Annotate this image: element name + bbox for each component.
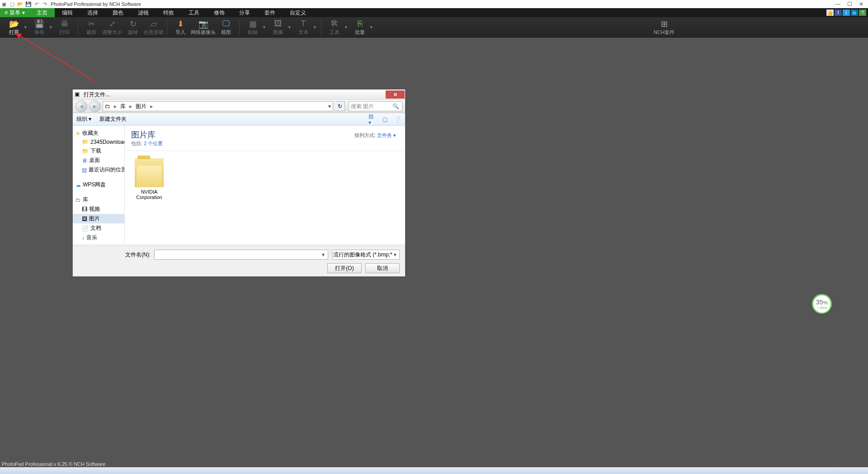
nav-favorites[interactable]: ★收藏夹 <box>73 128 124 138</box>
new-folder-button[interactable]: 新建文件夹 <box>99 115 127 123</box>
chevron-right-icon: ▸ <box>148 103 155 109</box>
minimize-button[interactable]: — <box>833 1 843 7</box>
window-controls: — ☐ ✕ <box>833 1 868 7</box>
screenshot-button[interactable]: 🖵截图 <box>216 17 236 38</box>
download-speed-badge[interactable]: 35% ↓ 1K/s <box>812 294 832 314</box>
menu-tab-select[interactable]: 选择 <box>80 8 105 17</box>
library-locations-link[interactable]: 2 个位置 <box>144 141 163 146</box>
tools-dropdown[interactable]: ▾ <box>345 25 349 29</box>
nav-libraries[interactable]: 🗀库 <box>73 195 124 204</box>
menu-tab-filter[interactable]: 滤镜 <box>131 8 156 17</box>
nch-suite-button[interactable]: ⊞NCH套件 <box>654 17 675 38</box>
menu-tab-color[interactable]: 颜色 <box>105 8 131 17</box>
filetype-dropdown[interactable]: 流行的图像格式 (*.bmp;*.dng;▾ <box>332 250 400 260</box>
toolbar: 📂打开 ▾ 💾保存 ▾ 🖶打印 ✂裁剪 ⤢调整大小 ↻旋转 ▱任意形状 ⬇导入 … <box>0 17 868 38</box>
freeform-button[interactable]: ▱任意形状 <box>143 17 164 38</box>
breadcrumb-sub[interactable]: 图片 <box>134 103 148 110</box>
text-dropdown[interactable]: ▾ <box>314 25 318 29</box>
maximize-button[interactable]: ☐ <box>844 1 854 7</box>
import-button[interactable]: ⬇导入 <box>170 17 191 38</box>
menu-tab-home[interactable]: 主页 <box>29 8 55 17</box>
menu-tab-tool[interactable]: 工具 <box>181 8 207 17</box>
rotate-icon: ↻ <box>130 19 137 29</box>
save-dropdown[interactable]: ▾ <box>50 25 54 29</box>
dialog-help-icon[interactable]: ❔ <box>393 115 401 123</box>
menu-tab-edit[interactable]: 编辑 <box>55 8 80 17</box>
thumbs-up-icon[interactable]: 👍 <box>826 9 834 16</box>
menu-dropdown-button[interactable]: ≡ 菜单 ▾ <box>0 8 29 17</box>
nav-fav-item[interactable]: 📁下载 <box>73 146 124 156</box>
twitter-icon[interactable]: t <box>843 9 850 16</box>
menu-tab-suite[interactable]: 套件 <box>257 8 283 17</box>
facebook-icon[interactable]: f <box>835 9 842 16</box>
badge-percent: 35% <box>816 299 828 306</box>
crop-button[interactable]: ✂裁剪 <box>81 17 102 38</box>
image-button[interactable]: 🖼图像 <box>268 17 288 38</box>
screenshot-icon: 🖵 <box>222 19 230 29</box>
image-dropdown[interactable]: ▾ <box>288 25 293 29</box>
redo-icon[interactable]: ↷ <box>41 0 49 8</box>
resize-button[interactable]: ⤢调整大小 <box>102 17 123 38</box>
dialog-close-button[interactable]: ✕ <box>386 90 405 99</box>
breadcrumb[interactable]: 🗀 ▸ 库 ▸ 图片 ▸ ▾ <box>103 101 333 111</box>
nav-fav-item[interactable]: 🖥桌面 <box>73 156 124 165</box>
nav-lib-item[interactable]: 📄文档 <box>73 223 124 233</box>
menu-tab-share[interactable]: 分享 <box>232 8 257 17</box>
nav-lib-item-selected[interactable]: 🖼图片 <box>73 214 124 223</box>
paste-button[interactable]: ▦粘贴 <box>242 17 263 38</box>
text-icon: T <box>301 19 306 29</box>
open-button[interactable]: 📂打开 <box>4 17 24 38</box>
linkedin-icon[interactable]: in <box>851 9 858 16</box>
chevron-down-icon[interactable]: ▾ <box>392 251 398 258</box>
close-window-button[interactable]: ✕ <box>856 1 866 7</box>
folder-item[interactable]: NVIDIACorporation <box>131 158 167 200</box>
help-icon[interactable]: ? <box>859 9 866 16</box>
open-quick-icon[interactable]: 📂 <box>16 0 24 8</box>
nav-lib-item[interactable]: 🎞视频 <box>73 204 124 214</box>
tools-button[interactable]: 🛠工具 <box>324 17 345 38</box>
menu-tab-custom[interactable]: 自定义 <box>283 8 313 17</box>
text-button[interactable]: T文本 <box>293 17 314 38</box>
webcam-button[interactable]: 📷网络摄像头 <box>191 17 216 38</box>
cancel-dialog-button[interactable]: 取消 <box>365 263 400 273</box>
nav-lib-item[interactable]: ♪音乐 <box>73 233 124 242</box>
organize-button[interactable]: 组织 ▾ <box>76 115 91 123</box>
search-input[interactable]: 搜索 图片 🔍 <box>349 101 402 111</box>
app-titlebar: ▣ ▢ 📂 💾 ↶ ↷ PhotoPad Professional by NCH… <box>0 0 868 8</box>
nav-fav-item[interactable]: ▤最近访问的位置 <box>73 165 124 175</box>
desktop-icon: 🖥 <box>82 157 87 164</box>
batch-button[interactable]: ⎘批量 <box>349 17 370 38</box>
search-icon: 🔍 <box>390 103 402 109</box>
menu-tab-effect[interactable]: 特效 <box>156 8 181 17</box>
nav-fav-item[interactable]: 📁2345Downloads <box>73 138 124 146</box>
sort-control[interactable]: 排列方式: 文件夹 ▾ <box>354 132 396 139</box>
save-button[interactable]: 💾保存 <box>29 17 50 38</box>
chevron-down-icon[interactable]: ▾ <box>320 251 327 258</box>
view-mode-button[interactable]: ▤ ▾ <box>368 115 376 123</box>
file-list[interactable]: NVIDIACorporation <box>125 151 405 207</box>
paste-dropdown[interactable]: ▾ <box>263 25 268 29</box>
menu-tab-retouch[interactable]: 修饰 <box>207 8 232 17</box>
save-quick-icon[interactable]: 💾 <box>24 0 33 8</box>
forward-button[interactable]: ► <box>89 100 101 112</box>
print-button[interactable]: 🖶打印 <box>54 17 75 38</box>
filename-input[interactable]: ▾ <box>154 250 328 260</box>
sort-value[interactable]: 文件夹 ▾ <box>377 133 396 138</box>
open-dropdown[interactable]: ▾ <box>24 25 29 29</box>
folder-label: NVIDIACorporation <box>131 189 167 200</box>
os-taskbar <box>0 467 868 474</box>
breadcrumb-dropdown[interactable]: ▾ <box>326 103 333 109</box>
refresh-button[interactable]: ↻ <box>335 101 345 111</box>
undo-icon[interactable]: ↶ <box>33 0 41 8</box>
nav-wps[interactable]: ☁WPS网盘 <box>73 180 124 190</box>
picture-icon: 🖼 <box>82 216 87 222</box>
preview-pane-button[interactable]: ▢ <box>381 115 389 123</box>
folder-icon <box>135 158 164 187</box>
library-icon: 🗀 <box>75 197 81 203</box>
batch-dropdown[interactable]: ▾ <box>370 25 375 29</box>
breadcrumb-root[interactable]: 库 <box>118 103 127 110</box>
open-dialog-button[interactable]: 打开(O) <box>327 263 362 273</box>
new-icon[interactable]: ▢ <box>8 0 16 8</box>
back-button[interactable]: ◄ <box>75 100 87 112</box>
rotate-button[interactable]: ↻旋转 <box>123 17 143 38</box>
